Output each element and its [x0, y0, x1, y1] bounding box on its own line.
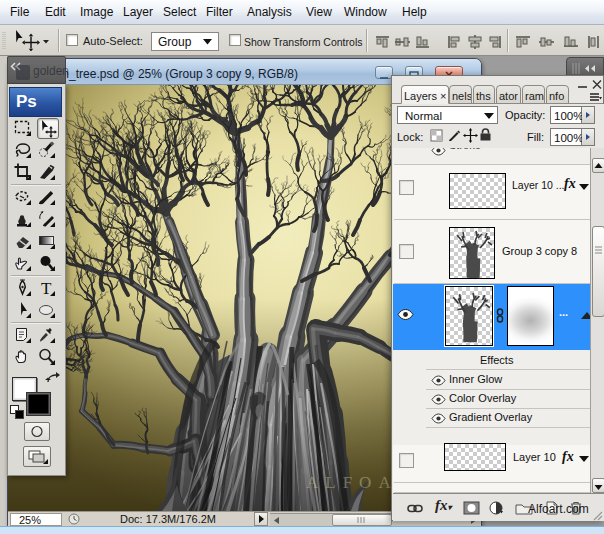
svg-text:T: T [41, 279, 52, 298]
